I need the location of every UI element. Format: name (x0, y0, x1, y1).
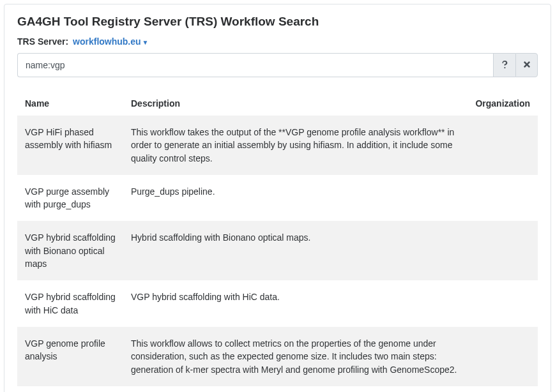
results-table: Name Description Organization VGP HiFi p… (17, 91, 538, 386)
cell-organization (468, 280, 538, 327)
close-icon (522, 60, 531, 71)
caret-down-icon: ▼ (142, 39, 149, 46)
table-row[interactable]: VGP genome profile analysisThis workflow… (17, 327, 538, 386)
cell-organization (468, 175, 538, 222)
server-label: TRS Server: (17, 36, 68, 47)
cell-name: VGP HiFi phased assembly with hifiasm (17, 116, 123, 175)
cell-description: This workflow takes the output of the **… (123, 116, 468, 175)
server-dropdown[interactable]: workflowhub.eu▼ (73, 36, 148, 47)
col-name: Name (17, 91, 123, 116)
workflow-search-card: GA4GH Tool Registry Server (TRS) Workflo… (4, 4, 551, 392)
col-description: Description (123, 91, 468, 116)
cell-organization (468, 116, 538, 175)
cell-organization (468, 221, 538, 280)
cell-name: VGP hybrid scaffolding with Bionano opti… (17, 221, 123, 280)
table-row[interactable]: VGP hybrid scaffolding with Bionano opti… (17, 221, 538, 280)
cell-description: This workflow allows to collect metrics … (123, 327, 468, 386)
search-group (17, 53, 538, 77)
cell-name: VGP hybrid scaffolding with HiC data (17, 280, 123, 327)
table-row[interactable]: VGP hybrid scaffolding with HiC dataVGP … (17, 280, 538, 327)
question-icon (500, 60, 509, 71)
cell-description: Purge_dups pipeline. (123, 175, 468, 222)
table-row[interactable]: VGP purge assembly with purge_dupsPurge_… (17, 175, 538, 222)
clear-button[interactable] (515, 53, 538, 77)
server-row: TRS Server: workflowhub.eu▼ (17, 36, 538, 47)
cell-name: VGP purge assembly with purge_dups (17, 175, 123, 222)
server-link-text: workflowhub.eu (73, 36, 141, 47)
page-title: GA4GH Tool Registry Server (TRS) Workflo… (17, 15, 538, 29)
table-row[interactable]: VGP HiFi phased assembly with hifiasmThi… (17, 116, 538, 175)
search-input[interactable] (17, 53, 493, 77)
table-header-row: Name Description Organization (17, 91, 538, 116)
cell-description: Hybrid scaffolding with Bionano optical … (123, 221, 468, 280)
help-button[interactable] (493, 53, 515, 77)
col-organization: Organization (468, 91, 538, 116)
cell-description: VGP hybrid scaffolding with HiC data. (123, 280, 468, 327)
cell-organization (468, 327, 538, 386)
cell-name: VGP genome profile analysis (17, 327, 123, 386)
